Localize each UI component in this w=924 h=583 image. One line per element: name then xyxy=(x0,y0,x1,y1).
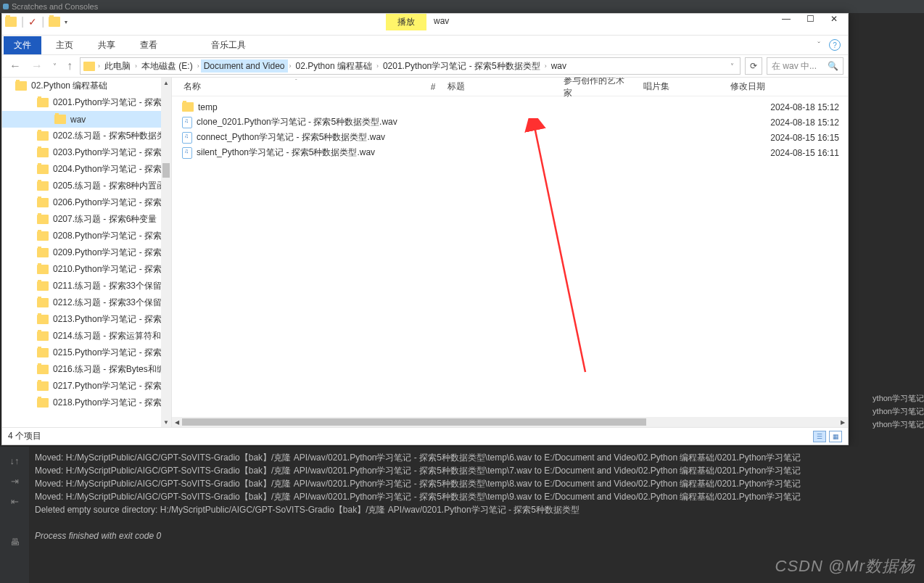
table-row[interactable]: silent_Python学习笔记 - 探索5种数据类型.wav2024-08-… xyxy=(172,145,848,160)
sidebar-item[interactable]: 0203.Python学习笔记 - 探索8种内置函数 xyxy=(2,144,171,161)
folder-icon xyxy=(37,265,49,274)
breadcrumb-item[interactable]: 02.Python 编程基础 xyxy=(293,59,375,74)
ribbon-tab-view[interactable]: 查看 xyxy=(130,36,168,54)
window-title: wav xyxy=(426,14,456,30)
chevron-right-icon[interactable]: › xyxy=(135,62,137,70)
sidebar-item-label: 0201.Python学习笔记 - 探索5种数据类型 xyxy=(53,96,172,109)
chevron-right-icon[interactable]: › xyxy=(98,62,100,70)
sidebar-item[interactable]: 0215.Python学习笔记 - 探索异常 xyxy=(2,344,171,361)
sidebar-item-label: 0210.Python学习笔记 - 探索模块 xyxy=(53,263,172,276)
col-album[interactable]: 唱片集 xyxy=(629,80,701,93)
breadcrumb-item[interactable]: 此电脑 xyxy=(102,59,133,74)
folder-icon[interactable] xyxy=(5,17,17,27)
chevron-down-icon[interactable]: ˅ xyxy=(50,62,59,70)
chevron-right-icon[interactable]: › xyxy=(376,62,379,70)
scrollbar-vertical[interactable]: ▲ ▼ xyxy=(161,78,171,427)
scrollbar-thumb[interactable] xyxy=(182,418,646,426)
sidebar-item[interactable]: 0204.Python学习笔记 - 探索操作符 xyxy=(2,161,171,178)
table-row[interactable]: connect_Python学习笔记 - 探索5种数据类型.wav2024-08… xyxy=(172,130,848,145)
scroll-down-icon[interactable]: ▼ xyxy=(161,417,171,427)
titlebar[interactable]: | ✓ | ▾ 播放 wav — ☐ ✕ xyxy=(2,14,848,36)
breadcrumb-item[interactable]: 本地磁盘 (E:) xyxy=(139,59,196,74)
folder-icon xyxy=(15,81,27,91)
ribbon-tab-home[interactable]: 主页 xyxy=(46,36,83,54)
scroll-left-icon[interactable]: ◀ xyxy=(172,419,182,426)
icons-view-button[interactable]: ▦ xyxy=(829,431,842,442)
scrollbar-thumb[interactable] xyxy=(162,163,170,178)
table-row[interactable]: temp2024-08-18 15:12 xyxy=(172,99,848,115)
chevron-down-icon[interactable]: ˅ xyxy=(727,62,737,70)
chevron-right-icon[interactable]: › xyxy=(545,62,547,70)
col-date[interactable]: 修改日期 xyxy=(701,80,788,93)
sidebar-item[interactable]: 0202.练习题 - 探索5种数据类型 xyxy=(2,128,171,144)
chevron-right-icon[interactable]: › xyxy=(197,62,199,70)
rerun-icon[interactable]: ↓↑ xyxy=(9,455,20,466)
maximize-button[interactable]: ☐ xyxy=(807,14,814,24)
search-input[interactable]: 在 wav 中... 🔍 xyxy=(767,57,843,75)
refresh-button[interactable]: ⟳ xyxy=(745,57,762,75)
sidebar-item[interactable]: 0208.Python学习笔记 - 探索函数 xyxy=(2,228,171,244)
drive-icon[interactable] xyxy=(83,62,95,71)
stop-icon[interactable]: ⇥ xyxy=(9,476,20,486)
print-icon[interactable]: 🖶 xyxy=(9,537,20,547)
sidebar-item[interactable]: 0213.Python学习笔记 - 探索文件 xyxy=(2,311,171,328)
nav-back-button[interactable]: ← xyxy=(7,59,24,73)
ribbon-tab-music-tools[interactable]: 音乐工具 xyxy=(201,36,256,54)
audio-file-icon xyxy=(182,147,192,159)
sidebar-item[interactable]: 0212.练习题 - 探索33个保留字 xyxy=(2,294,171,311)
breadcrumb-item[interactable]: 0201.Python学习笔记 - 探索5种数据类型 xyxy=(380,59,543,74)
sidebar-item[interactable]: 0210.Python学习笔记 - 探索模块 xyxy=(2,261,171,278)
col-title[interactable]: 标题 xyxy=(447,80,564,93)
scrollbar-horizontal[interactable]: ◀ ▶ xyxy=(172,417,848,427)
sidebar-item[interactable]: 0211.练习题 - 探索33个保留字 xyxy=(2,278,171,294)
file-list-pane: ˆ 名称 # 标题 参与创作的艺术家 唱片集 修改日期 temp2024-08-… xyxy=(172,78,848,427)
sidebar-item-label: 0214.练习题 - 探索运算符和表达式 xyxy=(53,330,172,342)
step-icon[interactable]: ⇤ xyxy=(9,496,20,506)
sidebar-item[interactable]: 0209.Python学习笔记 - 探索类 xyxy=(2,244,171,261)
search-placeholder: 在 wav 中... xyxy=(772,60,817,73)
folder-icon xyxy=(37,331,49,341)
sidebar-item-label: 0209.Python学习笔记 - 探索类 xyxy=(53,247,170,259)
minimize-button[interactable]: — xyxy=(782,14,791,24)
ribbon-tab-file[interactable]: 文件 xyxy=(4,36,41,54)
ide-righthand-text: ython学习笔记 ython学习笔记 ython学习笔记 xyxy=(873,392,924,431)
sidebar-item[interactable]: 0205.练习题 - 探索8种内置函数 xyxy=(2,178,171,194)
help-icon[interactable]: ? xyxy=(829,39,841,51)
table-row[interactable]: clone_0201.Python学习笔记 - 探索5种数据类型.wav2024… xyxy=(172,115,848,130)
ribbon-collapse-icon[interactable]: ˇ xyxy=(813,41,825,49)
scroll-right-icon[interactable]: ▶ xyxy=(838,419,848,426)
sidebar-item[interactable]: 0214.练习题 - 探索运算符和表达式 xyxy=(2,328,171,344)
sidebar-item[interactable]: 0201.Python学习笔记 - 探索5种数据类型 xyxy=(2,94,171,111)
nav-up-button[interactable]: ↑ xyxy=(64,59,75,73)
svg-line-0 xyxy=(535,127,585,372)
sidebar-item[interactable]: wav xyxy=(2,111,171,128)
details-view-button[interactable]: ☰ xyxy=(813,431,826,442)
sidebar-item[interactable]: 0216.练习题 - 探索Bytes和编码 xyxy=(2,361,171,378)
check-icon[interactable]: ✓ xyxy=(28,16,37,28)
quick-access-toolbar: | ✓ | ▾ xyxy=(2,14,70,30)
sidebar-item[interactable]: 0217.Python学习笔记 - 探索正则 xyxy=(2,378,171,394)
folder-icon[interactable] xyxy=(49,17,60,27)
nav-tree[interactable]: 02.Python 编程基础0201.Python学习笔记 - 探索5种数据类型… xyxy=(2,78,172,427)
sidebar-item[interactable]: 0206.Python学习笔记 - 探索流程控制 xyxy=(2,194,171,211)
chevron-down-icon[interactable]: ▾ xyxy=(65,19,67,25)
col-num[interactable]: # xyxy=(418,82,447,92)
sidebar-item[interactable]: 0207.练习题 - 探索6种变量 xyxy=(2,211,171,228)
column-headers[interactable]: ˆ 名称 # 标题 参与创作的艺术家 唱片集 修改日期 xyxy=(172,78,848,96)
item-count: 4 个项目 xyxy=(8,430,41,442)
scroll-up-icon[interactable]: ▲ xyxy=(161,78,171,88)
audio-file-icon xyxy=(182,117,192,128)
breadcrumb[interactable]: › 此电脑 › 本地磁盘 (E:) › Document and Video ›… xyxy=(80,57,741,75)
file-rows: temp2024-08-18 15:12clone_0201.Python学习笔… xyxy=(172,96,848,417)
chevron-right-icon[interactable]: › xyxy=(289,62,292,70)
sidebar-item[interactable]: 02.Python 编程基础 xyxy=(2,78,171,94)
ribbon-tab-share[interactable]: 共享 xyxy=(88,36,125,54)
breadcrumb-item[interactable]: Document and Video xyxy=(201,59,288,73)
nav-forward-button[interactable]: → xyxy=(28,59,46,73)
folder-icon xyxy=(37,98,49,107)
breadcrumb-item[interactable]: wav xyxy=(548,59,569,73)
play-context-tab[interactable]: 播放 xyxy=(386,14,426,30)
close-button[interactable]: ✕ xyxy=(830,14,838,24)
sidebar-item[interactable]: 0218.Python学习笔记 - 探索标准库 xyxy=(2,394,171,411)
file-date: 2024-08-18 15:12 xyxy=(770,102,848,112)
